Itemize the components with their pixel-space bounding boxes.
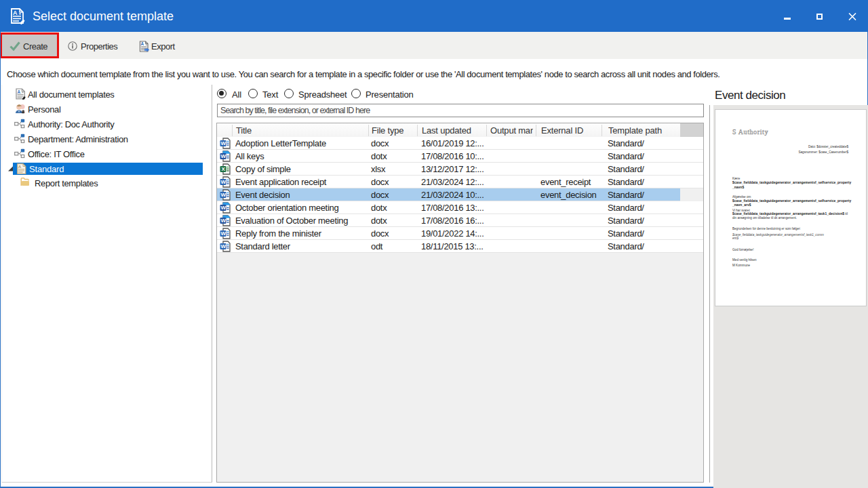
svg-text:W: W (221, 153, 226, 159)
svg-text:W: W (221, 218, 226, 224)
svg-text:W: W (221, 230, 226, 237)
svg-text:A: A (17, 89, 20, 94)
svg-text:W: W (221, 243, 226, 249)
svg-text:W: W (221, 140, 226, 146)
svg-text:W: W (221, 179, 226, 185)
svg-text:W: W (221, 205, 226, 211)
svg-text:A: A (141, 41, 144, 46)
svg-text:W: W (221, 192, 226, 198)
svg-text:X: X (222, 166, 226, 172)
svg-text:A: A (13, 9, 18, 16)
